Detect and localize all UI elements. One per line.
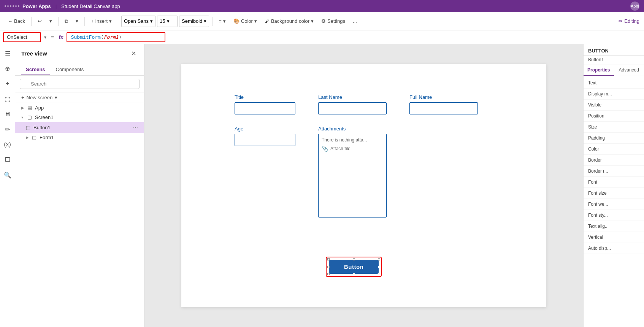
resize-handle-ml[interactable] <box>327 266 330 268</box>
color-chevron-icon: ▾ <box>254 18 257 24</box>
field-attachments: Attachments There is nothing atta... 📎 A… <box>318 126 387 217</box>
screen-icon-button[interactable]: ⬚ <box>2 93 14 105</box>
field-fullname-input[interactable] <box>409 102 478 114</box>
paperclip-icon: 📎 <box>322 146 328 152</box>
canvas-button-selection: Button <box>326 257 382 277</box>
plus-icon: + <box>91 18 94 24</box>
tab-screens[interactable]: Screens <box>21 64 50 75</box>
size-dropdown[interactable]: 15 ▾ <box>157 16 178 27</box>
data-icon-button[interactable]: ⊕ <box>2 62 14 75</box>
tab-components[interactable]: Components <box>51 64 89 75</box>
undo-dropdown-button[interactable]: ▾ <box>46 17 55 25</box>
tab-properties[interactable]: Properties <box>584 65 614 76</box>
database-icon: ⊕ <box>5 65 10 72</box>
tree-items: ▶ ▤ App ▾ ▢ Screen1 ⬚ Button1 ··· ▶ ▢ Fo… <box>15 103 144 327</box>
font-dropdown[interactable]: Open Sans ▾ <box>121 16 155 27</box>
formula-input[interactable]: SubmitForm(Form1) <box>67 32 165 42</box>
new-screen-button[interactable]: + New screen ▾ <box>15 92 144 103</box>
prop-size[interactable]: Size <box>584 122 644 133</box>
prop-auto-height[interactable]: Auto disp... <box>584 243 644 254</box>
tree-title: Tree view <box>21 50 47 57</box>
align-button[interactable]: ≡ ▾ <box>216 17 229 25</box>
user-avatar[interactable]: Abhi <box>630 2 639 11</box>
settings-label: Settings <box>327 18 345 24</box>
right-panel: BUTTON Button1 Properties Advanced Text … <box>583 44 644 327</box>
screen1-label: Screen1 <box>35 114 53 120</box>
tree-item-form1[interactable]: ▶ ▢ Form1 <box>15 133 144 142</box>
prop-padding[interactable]: Padding <box>584 133 644 144</box>
prop-vertical[interactable]: Vertical <box>584 232 644 243</box>
controls-icon-button[interactable]: ⧠ <box>2 154 14 166</box>
button1-icon: ⬚ <box>26 125 32 130</box>
weight-label: Semibold <box>182 18 202 24</box>
undo-icon: ↩ <box>38 18 42 24</box>
add-icon-button[interactable]: + <box>2 78 14 90</box>
prop-position[interactable]: Position <box>584 111 644 122</box>
tree-close-button[interactable]: ✕ <box>129 49 138 58</box>
back-button[interactable]: ← Back <box>5 17 28 25</box>
prop-text-align[interactable]: Text alig... <box>584 221 644 232</box>
resize-handle-br[interactable] <box>378 273 380 275</box>
prop-display-mode[interactable]: Display m... <box>584 89 644 100</box>
resize-handle-tr[interactable] <box>378 258 380 260</box>
field-fullname: Full Name <box>409 94 478 114</box>
resize-handle-tl[interactable] <box>327 258 330 260</box>
bg-color-label: Background color <box>271 18 309 24</box>
copy-dropdown-button[interactable]: ▾ <box>73 17 81 25</box>
settings-button[interactable]: ⚙ Settings <box>318 17 348 25</box>
copy-button[interactable]: ⧉ <box>62 17 71 26</box>
resize-handle-mr[interactable] <box>378 266 380 268</box>
undo-button[interactable]: ↩ <box>35 17 45 25</box>
prop-color[interactable]: Color <box>584 144 644 155</box>
more-button[interactable]: ... <box>350 17 360 25</box>
button1-label: Button1 <box>33 125 51 130</box>
prop-text[interactable]: Text <box>584 78 644 89</box>
button1-more-icon[interactable]: ··· <box>133 124 138 131</box>
prop-font-style[interactable]: Font sty... <box>584 210 644 221</box>
insert-button[interactable]: + Insert ▾ <box>88 17 115 25</box>
left-icon-bar: ☰ ⊕ + ⬚ 🖥 ✏ (x) ⧠ 🔍 <box>0 44 15 327</box>
screen1-expand-icon: ▾ <box>21 115 26 119</box>
prop-font-weight[interactable]: Font we... <box>584 199 644 210</box>
prop-border[interactable]: Border <box>584 155 644 166</box>
title-sep: | <box>56 3 57 9</box>
property-selector[interactable]: OnSelect <box>3 32 41 42</box>
prop-font-size[interactable]: Font size <box>584 188 644 199</box>
field-age-input[interactable] <box>235 134 295 146</box>
color-button[interactable]: 🎨 Color ▾ <box>230 17 260 25</box>
resize-handle-tm[interactable] <box>353 258 355 260</box>
tab-advanced[interactable]: Advanced <box>614 65 644 76</box>
brush-icon-button[interactable]: ✏ <box>2 123 14 135</box>
resize-handle-bl[interactable] <box>327 273 330 275</box>
resize-handle-bm[interactable] <box>353 273 355 275</box>
plus-icon-new-screen: + <box>21 95 24 100</box>
prop-border-radius[interactable]: Border r... <box>584 166 644 177</box>
tree-item-app[interactable]: ▶ ▤ App <box>15 103 144 113</box>
prop-font[interactable]: Font <box>584 177 644 188</box>
hamburger-menu-button[interactable]: ☰ <box>2 47 14 59</box>
new-screen-label: New screen <box>27 95 53 100</box>
vars-icon: (x) <box>4 141 11 148</box>
field-lastname-input[interactable] <box>318 102 387 114</box>
monitor-icon-button[interactable]: 🖥 <box>2 108 14 120</box>
field-title-input[interactable] <box>235 102 295 114</box>
toolbar-sep-3 <box>84 17 85 26</box>
vars-icon-button[interactable]: (x) <box>2 138 14 151</box>
monitor-icon: 🖥 <box>5 111 11 117</box>
tree-search-input[interactable] <box>20 79 140 89</box>
tree-header: Tree view ✕ <box>15 44 144 61</box>
weight-dropdown[interactable]: Semibold ▾ <box>179 16 209 27</box>
insert-label: Insert <box>95 18 108 24</box>
more-icon: ... <box>353 18 357 24</box>
property-dropdown[interactable]: ▾ <box>44 35 46 40</box>
attach-file-row[interactable]: 📎 Attach file <box>322 146 383 152</box>
prop-visible[interactable]: Visible <box>584 100 644 111</box>
search-icon-button[interactable]: 🔍 <box>2 169 14 181</box>
screen1-icon: ▢ <box>27 114 33 120</box>
bg-color-button[interactable]: 🖌 Background color ▾ <box>262 17 317 25</box>
canvas-submit-button[interactable]: Button <box>329 260 379 274</box>
right-panel-items: Text Display m... Visible Position Size … <box>584 76 644 256</box>
tree-item-button1[interactable]: ⬚ Button1 ··· <box>15 122 144 133</box>
tree-item-screen1[interactable]: ▾ ▢ Screen1 <box>15 113 144 122</box>
form1-label: Form1 <box>40 135 54 140</box>
